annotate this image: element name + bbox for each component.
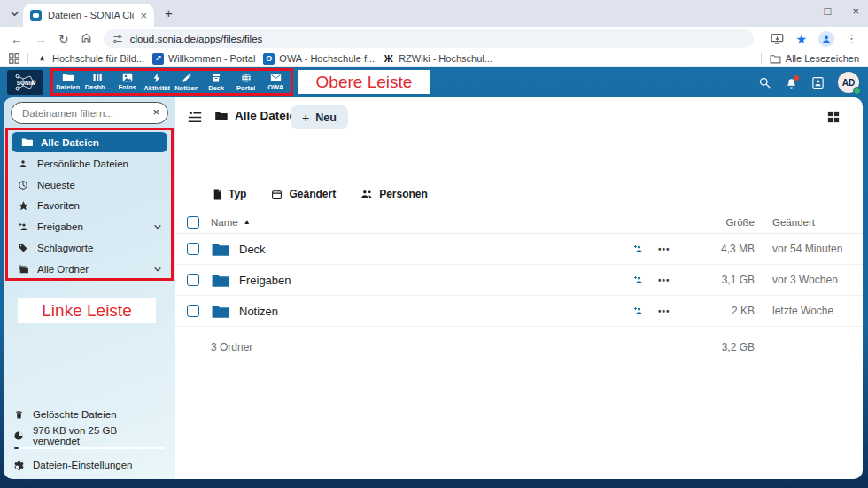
browser-tab[interactable]: Dateien - SONIA Cloud × [23, 4, 154, 27]
chevron-down-icon[interactable] [153, 222, 162, 231]
row-checkbox[interactable] [187, 274, 199, 286]
file-size: 2 KB [689, 305, 755, 317]
photos-icon [122, 73, 133, 82]
table-row-deck[interactable]: Deck ••• 4,3 MB vor 54 Minuten [175, 234, 863, 265]
sidebar-item-schlagworte[interactable]: Schlagworte [8, 237, 171, 259]
row-actions-menu-icon[interactable]: ••• [658, 306, 670, 316]
column-size[interactable]: Größe [689, 217, 755, 228]
column-modified[interactable]: Geändert [755, 217, 854, 228]
appnav-label: Dashb... [85, 83, 111, 91]
file-modified: letzte Woche [755, 305, 854, 317]
back-icon[interactable]: ← [11, 33, 23, 45]
file-type-icon [213, 189, 222, 200]
sonia-logo[interactable]: SONIA [7, 70, 43, 95]
annotation-linke-leiste: Linke Leiste [18, 298, 156, 323]
tab-strip: Dateien - SONIA Cloud × + – □ × [0, 0, 868, 27]
browser-profile-avatar[interactable] [818, 31, 834, 47]
table-row-notizen[interactable]: Notizen ••• 2 KB letzte Woche [175, 296, 863, 327]
quota-label: 976 KB von 25 GB verwendet [33, 425, 167, 446]
bookmark-label: Willkommen - Portal [168, 53, 255, 64]
new-button[interactable]: + Neu [291, 105, 348, 129]
home-icon[interactable] [81, 32, 92, 45]
star-icon [17, 200, 29, 212]
share-icon[interactable] [632, 275, 645, 285]
column-name-label: Name [211, 217, 238, 228]
appnav-notizen[interactable]: Notizen [172, 71, 202, 93]
column-name[interactable]: Name ▲ [211, 217, 632, 228]
row-checkbox[interactable] [187, 243, 199, 255]
sidebar-item-freigaben[interactable]: Freigaben [8, 216, 171, 237]
reload-icon[interactable]: ↻ [58, 33, 69, 45]
app-background: SONIA Dateien Dashb... Fotos [0, 67, 868, 488]
appnav-dateien[interactable]: Dateien [53, 71, 83, 93]
notification-dot [794, 75, 799, 81]
mail-envelope-icon [270, 73, 282, 82]
tab-search-chevron-icon[interactable] [7, 6, 21, 20]
bookmark-label: RZWiki - Hochschul... [399, 53, 492, 64]
window-maximize-button[interactable]: □ [825, 4, 832, 18]
filter-chip-label: Personen [379, 188, 428, 200]
share-icon[interactable] [632, 244, 645, 254]
filename-filter-input[interactable] [11, 102, 168, 124]
user-avatar[interactable]: AD [838, 72, 859, 93]
appnav-deck[interactable]: Deck [202, 71, 232, 93]
filter-clear-icon[interactable]: × [152, 105, 159, 119]
appnav-label: Deck [208, 84, 224, 92]
sidebar-item-alle-dateien[interactable]: Alle Dateien [12, 132, 167, 152]
bookmark-rzwiki[interactable]: Ж RZWiki - Hochschul... [383, 53, 492, 65]
share-icon[interactable] [632, 306, 645, 316]
sidebar-item-alle-ordner[interactable]: Alle Ordner [8, 259, 171, 280]
browser-menu-icon[interactable]: ⋮ [846, 33, 857, 44]
collapse-sidebar-icon[interactable] [188, 112, 202, 123]
appnav-aktivitaet[interactable]: Aktivität [143, 71, 173, 93]
sidebar-item-persoenliche-dateien[interactable]: Persönliche Dateien [8, 153, 171, 174]
bookmarks-separator [761, 53, 762, 64]
site-settings-icon[interactable] [112, 34, 123, 44]
appnav-dashboard[interactable]: Dashb... [83, 71, 113, 93]
new-tab-button[interactable]: + [165, 5, 173, 20]
bookmark-rzwiki-favicon-icon: Ж [383, 53, 394, 65]
tab-close-icon[interactable]: × [140, 10, 147, 21]
sidebar-item-neueste[interactable]: Neueste [8, 174, 171, 196]
appnav-portal[interactable]: Portal [231, 71, 261, 93]
url-bar[interactable]: cloud.sonia.de/apps/files/files [104, 29, 755, 48]
appnav-label: OWA [267, 83, 283, 91]
appnav-owa[interactable]: OWA [261, 71, 291, 93]
filter-chip-label: Geändert [289, 188, 336, 200]
search-icon[interactable] [758, 76, 771, 89]
activity-lightning-icon [152, 73, 161, 83]
sidebar-item-dateien-einstellungen[interactable]: Dateien-Einstellungen [12, 454, 167, 476]
chevron-down-icon[interactable] [153, 265, 162, 274]
appnav-fotos[interactable]: Fotos [112, 71, 143, 93]
row-actions-menu-icon[interactable]: ••• [658, 244, 670, 254]
window-minimize-button[interactable]: – [796, 4, 802, 18]
filter-chip-geaendert[interactable]: Geändert [271, 188, 336, 200]
sidebar-item-label: Freigaben [37, 221, 83, 232]
row-checkbox[interactable] [187, 305, 199, 317]
avatar-initials: AD [842, 78, 855, 88]
bookmark-star-icon[interactable]: ★ [795, 33, 807, 45]
sidebar-item-geloeschte-dateien[interactable]: Gelöschte Dateien [12, 404, 167, 425]
bookmark-owa[interactable]: O OWA - Hochschule f... [263, 53, 375, 65]
all-bookmarks-button[interactable]: Alle Lesezeichen [770, 53, 859, 64]
table-row-freigaben[interactable]: Freigaben ••• 3,1 GB vor 3 Wochen [175, 265, 863, 296]
bookmark-hochschule[interactable]: ★ Hochschule für Bild... [36, 53, 144, 65]
apps-grid-icon[interactable] [9, 53, 19, 64]
sidebar-item-favoriten[interactable]: Favoriten [8, 196, 171, 217]
send-to-device-icon[interactable] [771, 33, 784, 44]
contacts-icon[interactable] [811, 76, 825, 89]
file-name: Freigaben [239, 274, 291, 287]
notifications-bell-icon[interactable] [785, 76, 798, 89]
row-actions-menu-icon[interactable]: ••• [658, 275, 670, 285]
window-close-button[interactable]: × [852, 4, 859, 18]
file-modified: vor 3 Wochen [755, 274, 854, 286]
filter-chip-personen[interactable]: Personen [360, 188, 428, 200]
files-folder-icon [62, 73, 74, 82]
bookmark-portal[interactable]: ↗ Willkommen - Portal [152, 53, 255, 65]
appnav-label: Fotos [119, 83, 136, 91]
grid-view-toggle-icon[interactable] [827, 111, 840, 123]
filter-chip-typ[interactable]: Typ [213, 188, 246, 200]
bookmark-hochschule-favicon-icon: ★ [36, 53, 48, 65]
select-all-checkbox[interactable] [187, 216, 199, 229]
forward-icon[interactable]: → [35, 33, 47, 45]
